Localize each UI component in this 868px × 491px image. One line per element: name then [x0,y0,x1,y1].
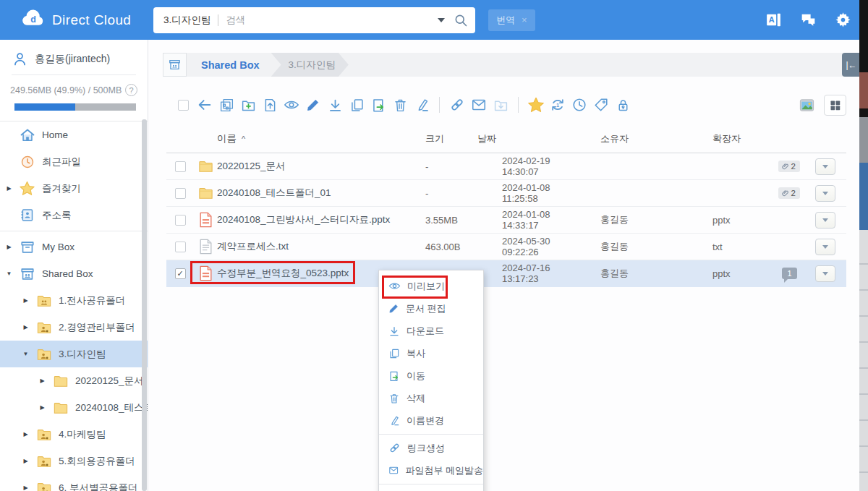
tree-item-folder1[interactable]: ▶ 1.전사공유폴더 [0,287,148,314]
comment-count-badge[interactable]: 1 [782,268,797,279]
expander-icon[interactable]: ▶ [22,458,30,464]
expander-icon[interactable]: ▼ [5,270,13,277]
row-checkbox[interactable] [175,188,186,199]
column-header-ext[interactable]: 확장자 [689,132,761,145]
tree-item-folder3-selected[interactable]: ▼ 3.디자인팀 [0,341,148,367]
delete-button[interactable] [389,94,411,116]
expander-icon[interactable]: ▶ [38,404,46,411]
storage-help-button[interactable]: ? [125,84,137,96]
column-header-name[interactable]: 이름 ^ [217,132,399,145]
row-checkbox[interactable] [175,161,186,172]
lock-button[interactable] [612,94,634,116]
toolbar-divider [518,97,519,113]
tag-button[interactable] [590,94,612,116]
create-link-button[interactable] [446,94,468,116]
table-row[interactable]: 20220125_문서 - 2024-02-19 14:30:07 2 [166,153,846,180]
file-date: 2024-02-19 14:30:07 [477,155,579,177]
search-scope-caret-icon[interactable] [438,18,445,22]
menu-item-download[interactable]: 다운로드 [379,320,483,342]
table-row[interactable]: 20240108_테스트폴더_01 - 2024-01-08 11:25:58 … [166,180,846,207]
select-all-checkbox[interactable] [172,94,194,116]
sidebar-item-home[interactable]: Home [0,121,148,148]
app-window: d Direct Cloud 3.디자인팀 검색 번역 × A [0,0,868,491]
user-profile[interactable]: 홍길동(jirantech) [0,40,148,67]
row-menu-button[interactable] [815,265,835,282]
copy-button[interactable] [346,94,367,116]
sidebar-item-addressbook[interactable]: 주소록 [0,202,148,229]
expander-icon[interactable]: ▶ [5,244,13,250]
sidebar-item-sharedbox[interactable]: ▼ Shared Box [0,260,148,287]
link-count-badge[interactable]: 2 [778,187,800,199]
move-button[interactable] [367,94,389,116]
history-button[interactable] [569,94,590,116]
row-menu-button[interactable] [815,185,835,202]
tree-item-subfolder1[interactable]: ▶ 20220125_문서 [0,367,148,394]
column-header-date[interactable]: 날짜 [477,132,579,145]
sidebar-item-recent[interactable]: 최근파일 [0,148,148,175]
version-button[interactable]: 1 [547,94,569,116]
collapse-panel-button[interactable]: |← [842,53,861,77]
translate-button[interactable]: A [764,11,783,30]
preview-button[interactable] [281,94,302,116]
brand-logo[interactable]: d Direct Cloud [20,9,143,31]
favorite-star-button[interactable] [525,94,547,116]
breadcrumb-root[interactable]: Shared Box [201,59,260,71]
expander-icon[interactable]: ▼ [22,351,30,357]
tree-item-subfolder2[interactable]: ▶ 20240108_테스트 [0,394,148,421]
grid-view-button[interactable] [824,95,846,116]
search-input[interactable]: 3.디자인팀 검색 [153,7,475,33]
expander-icon[interactable]: ▶ [38,377,46,384]
chat-button[interactable] [799,11,817,30]
expander-icon[interactable]: ▶ [22,431,30,437]
sidebar-scrollbar[interactable] [142,119,147,491]
edit-button[interactable] [302,94,324,116]
download-button[interactable] [324,94,346,116]
back-button[interactable] [194,94,216,116]
link-count-badge[interactable]: 2 [778,161,800,172]
new-folder-button[interactable] [237,94,259,116]
expander-icon[interactable]: ▶ [22,484,30,491]
menu-item-comment-settings[interactable]: 코멘트 설정 [379,487,483,491]
search-icon[interactable] [454,13,468,27]
shortcut-icon[interactable] [216,94,237,116]
settings-gear-icon[interactable] [833,11,852,30]
menu-item-move[interactable]: 이동 [379,364,483,387]
menu-item-create-link[interactable]: 링크생성 [379,437,483,459]
tree-item-folder4[interactable]: ▶ 4.마케팅팀 [0,421,148,448]
expander-icon[interactable]: ▶ [22,297,30,304]
tag-close-icon[interactable]: × [522,14,527,25]
row-checkbox[interactable] [175,242,186,252]
menu-item-rename[interactable]: 이름변경 [379,409,483,432]
mail-attach-button[interactable] [468,94,490,116]
tree-item-folder2[interactable]: ▶ 2.경영관리부폴더 [0,314,148,341]
menu-item-copy[interactable]: 복사 [379,342,483,364]
menu-item-mail-attach[interactable]: 파일첨부 메일발송 [379,459,483,482]
secure-folder-button[interactable] [490,94,511,116]
expander-icon[interactable]: ▶ [5,185,13,192]
table-row[interactable]: 20240108_그린방사서_스터디자료.pptx 3.55MB 2024-01… [166,207,846,234]
column-header-size[interactable]: 크기 [399,132,477,145]
menu-item-preview[interactable]: 미리보기 [379,275,483,297]
search-tag-chip[interactable]: 번역 × [488,9,535,31]
rename-button[interactable] [411,94,433,116]
table-row[interactable]: 계약프로세스.txt 463.00B 2024-05-30 09:22:26 홍… [166,234,846,260]
row-menu-button[interactable] [815,212,835,229]
sidebar-item-mybox[interactable]: ▶ My Box [0,234,148,260]
breadcrumb-current[interactable]: 3.디자인팀 [271,53,349,77]
row-menu-button[interactable] [815,239,835,255]
menu-item-edit[interactable]: 문서 편집 [379,297,483,320]
menu-item-delete[interactable]: 삭제 [379,387,483,409]
sidebar-item-favorites[interactable]: ▶ 즐겨찾기 [0,175,148,202]
thumbnail-view-button[interactable] [796,94,817,116]
tree-item-folder5[interactable]: ▶ 5.회의용공유폴더 [0,448,148,474]
search-divider [218,14,218,26]
team-folder-icon [35,481,52,491]
expander-icon[interactable]: ▶ [22,324,30,330]
upload-button[interactable] [259,94,281,116]
row-checkbox-checked[interactable]: ✓ [175,268,186,279]
table-row-selected[interactable]: ✓ 수정부분_번역요청_0523.pptx 686.33KB 2024-07-1… [166,260,846,287]
row-checkbox[interactable] [175,215,186,226]
column-header-owner[interactable]: 소유자 [579,132,689,145]
row-menu-button[interactable] [815,158,835,175]
tree-item-folder6[interactable]: ▶ 6. 부서별공용폴더 [0,474,148,491]
